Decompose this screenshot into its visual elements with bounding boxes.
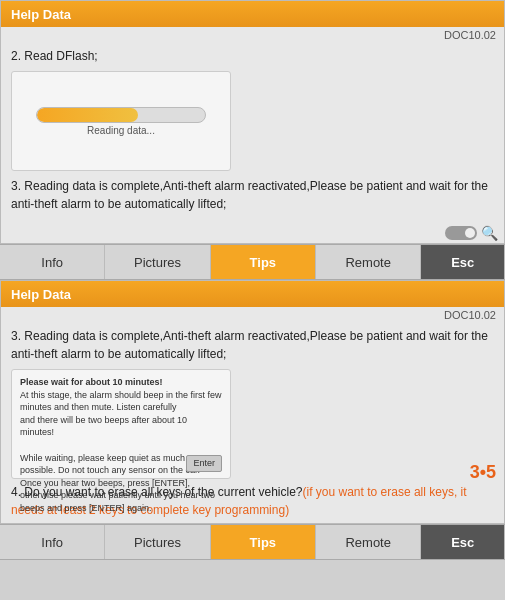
step3-text-bottom: 3. Reading data is complete,Anti-theft a… [11, 327, 494, 363]
tab-info-top[interactable]: Info [0, 245, 105, 279]
scrollbar-area-top: 🔍 [1, 223, 504, 243]
tab-tips-top[interactable]: Tips [211, 245, 316, 279]
tab-bar-top: Info Pictures Tips Remote Esc [0, 244, 505, 280]
step2-text: 2. Read DFlash; [11, 47, 494, 65]
tab-info-bottom[interactable]: Info [0, 525, 105, 559]
doc-ref-top: DOC10.02 [1, 27, 504, 41]
enter-button[interactable]: Enter [186, 455, 222, 472]
wait-line2: At this stage, the alarm should beep in … [20, 389, 222, 414]
watermark: 3•5 [470, 462, 496, 483]
step3-text-top: 3. Reading data is complete,Anti-theft a… [11, 177, 494, 213]
wait-line6: beeps and press [ENTER] again. [20, 502, 222, 515]
tab-pictures-bottom[interactable]: Pictures [105, 525, 210, 559]
tab-bar-bottom: Info Pictures Tips Remote Esc [0, 524, 505, 560]
esc-button-bottom[interactable]: Esc [421, 525, 505, 559]
top-panel: Help Data DOC10.02 2. Read DFlash; Readi… [0, 0, 505, 244]
help-data-header-bottom: Help Data [1, 281, 504, 307]
wait-line5: Once you hear two beeps, press [ENTER], … [20, 477, 222, 502]
esc-button-top[interactable]: Esc [421, 245, 505, 279]
wait-line3: and there will be two beeps after about … [20, 414, 222, 439]
help-data-title-bottom: Help Data [11, 287, 71, 302]
wait-line1: Please wait for about 10 minutes! [20, 376, 222, 389]
bottom-panel: Help Data DOC10.02 3. Reading data is co… [0, 280, 505, 524]
doc-ref-bottom: DOC10.02 [1, 307, 504, 321]
help-data-header-top: Help Data [1, 1, 504, 27]
dflash-image-box: Reading data... [11, 71, 231, 171]
progress-bar-fill [37, 108, 138, 122]
tab-remote-bottom[interactable]: Remote [316, 525, 421, 559]
progress-bar-container [36, 107, 206, 123]
wait-image-box: Please wait for about 10 minutes! At thi… [11, 369, 231, 479]
progress-label: Reading data... [87, 125, 155, 136]
top-content: 2. Read DFlash; Reading data... 3. Readi… [1, 41, 504, 223]
tab-remote-top[interactable]: Remote [316, 245, 421, 279]
scroll-toggle-top[interactable] [445, 226, 477, 240]
bottom-content: 3. Reading data is complete,Anti-theft a… [1, 321, 504, 523]
zoom-icon-top[interactable]: 🔍 [481, 225, 498, 241]
help-data-title-top: Help Data [11, 7, 71, 22]
tab-tips-bottom[interactable]: Tips [211, 525, 316, 559]
tab-pictures-top[interactable]: Pictures [105, 245, 210, 279]
